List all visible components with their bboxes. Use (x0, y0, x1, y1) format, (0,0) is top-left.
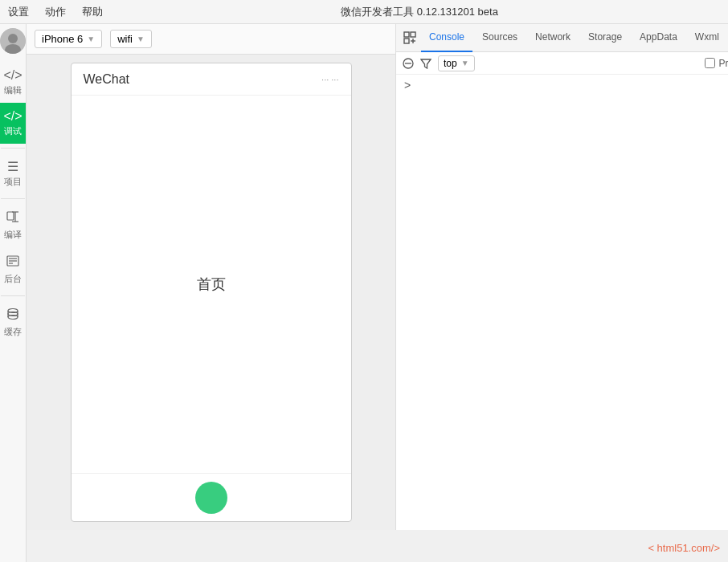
sidebar-item-project[interactable]: ☰ 项目 (0, 153, 26, 194)
translate-icon (6, 210, 20, 227)
device-name: iPhone 6 (42, 33, 83, 45)
phone-frame: WeChat ··· ··· 首页 (71, 63, 352, 522)
sidebar-label-project: 项目 (4, 176, 22, 188)
menu-bar: 设置 动作 帮助 微信开发者工具 0.12.131201 beta (0, 0, 728, 24)
sidebar-item-editor[interactable]: </> 编辑 (0, 62, 26, 103)
devtools-panel: Console Sources Network Storage AppData … (396, 24, 728, 530)
network-selector[interactable]: wifi ▼ (110, 30, 152, 48)
cache-icon (6, 307, 20, 324)
tab-network[interactable]: Network (527, 24, 579, 52)
home-label: 首页 (197, 275, 226, 294)
backend-icon (6, 254, 20, 271)
device-selector[interactable]: iPhone 6 ▼ (35, 30, 102, 48)
top-selector-arrow: ▼ (461, 59, 469, 67)
svg-point-1 (8, 34, 18, 43)
tab-wxml[interactable]: Wxml (687, 24, 727, 52)
svg-rect-17 (404, 39, 409, 43)
sidebar-label-cache: 缓存 (4, 326, 22, 338)
network-arrow-icon: ▼ (137, 35, 145, 43)
filter-icon[interactable] (420, 58, 431, 69)
sidebar-item-cache[interactable]: 缓存 (0, 300, 26, 344)
preserve-log-label: Preserve log (718, 58, 728, 69)
app-name: WeChat (84, 72, 130, 87)
phone-area: iPhone 6 ▼ wifi ▼ WeChat ··· ··· 首页 (27, 24, 396, 530)
phone-body: 首页 (72, 96, 351, 473)
clear-console-icon[interactable] (403, 58, 414, 69)
sidebar-divider-2 (1, 198, 25, 199)
menu-actions[interactable]: 动作 (45, 5, 66, 19)
sidebar-label-translate: 编译 (4, 229, 22, 241)
svg-rect-16 (404, 32, 409, 37)
middle-area: iPhone 6 ▼ wifi ▼ WeChat ··· ··· 首页 (27, 24, 728, 530)
sidebar-divider-1 (1, 148, 25, 149)
sidebar-item-backend[interactable]: 后台 (0, 247, 26, 291)
avatar[interactable] (0, 28, 26, 54)
tab-appdata[interactable]: AppData (632, 24, 685, 52)
devtools-tabs: Console Sources Network Storage AppData … (396, 24, 728, 52)
sidebar-item-translate[interactable]: 编译 (0, 203, 26, 247)
svg-rect-3 (7, 212, 14, 220)
project-icon: ☰ (7, 159, 18, 174)
preserve-log-checkbox[interactable] (705, 58, 715, 68)
preserve-log-container: Preserve log (705, 58, 728, 69)
top-selector-label: top (444, 58, 457, 69)
code-icon: </> (3, 68, 22, 83)
devtools-content: > (396, 75, 728, 530)
home-button[interactable] (195, 482, 227, 514)
tab-sources[interactable]: Sources (474, 24, 526, 52)
svg-marker-23 (421, 59, 431, 68)
phone-footer (72, 473, 351, 521)
device-arrow-icon: ▼ (87, 35, 95, 43)
tab-storage[interactable]: Storage (580, 24, 630, 52)
app-title: 微信开发者工具 0.12.131201 beta (119, 5, 720, 19)
sidebar-label-backend: 后台 (4, 273, 22, 285)
app-header-icons: ··· ··· (321, 75, 338, 84)
menu-help[interactable]: 帮助 (82, 5, 103, 19)
sidebar-label-debug: 调试 (4, 125, 22, 137)
main-layout: </> 编辑 </> 调试 ☰ 项目 编译 (0, 24, 728, 562)
devtools-console-bar: top ▼ Preserve log (396, 52, 728, 75)
menu-settings[interactable]: 设置 (8, 5, 29, 19)
top-selector[interactable]: top ▼ (438, 55, 475, 71)
network-name: wifi (117, 33, 133, 45)
console-arrow[interactable]: > (400, 77, 415, 93)
sidebar-label-editor: 编辑 (4, 84, 22, 96)
sidebar-item-debug[interactable]: </> 调试 (0, 103, 26, 144)
debug-icon: </> (3, 109, 22, 124)
inspect-icon[interactable] (400, 28, 419, 47)
sidebar-divider-3 (1, 295, 25, 296)
phone-header: WeChat ··· ··· (72, 63, 351, 96)
device-toolbar: iPhone 6 ▼ wifi ▼ (27, 24, 395, 55)
svg-rect-18 (411, 32, 415, 37)
tab-console[interactable]: Console (421, 24, 472, 52)
sidebar: </> 编辑 </> 调试 ☰ 项目 编译 (0, 24, 27, 562)
